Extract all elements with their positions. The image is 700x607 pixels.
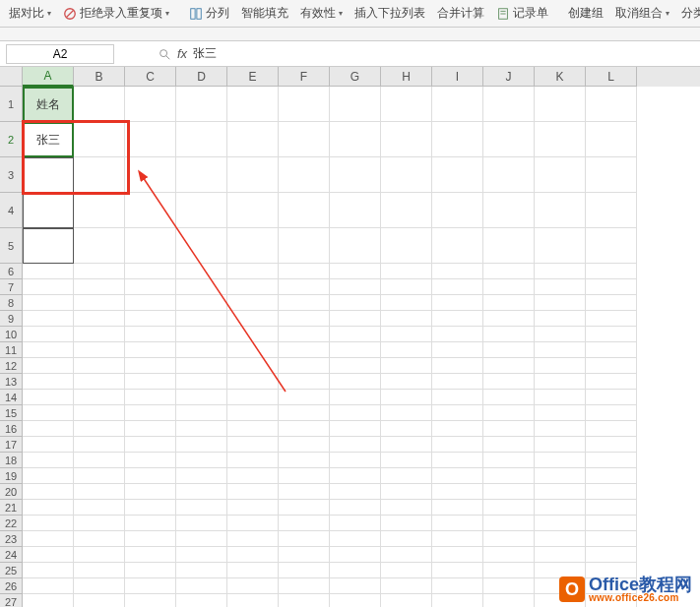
cell-C1[interactable] xyxy=(125,87,176,122)
cell-H25[interactable] xyxy=(381,563,432,578)
cell-I17[interactable] xyxy=(432,437,483,453)
row-header-2[interactable]: 2 xyxy=(0,122,23,157)
cells-area[interactable]: 姓名张三 xyxy=(23,87,700,607)
column-header-J[interactable]: J xyxy=(483,67,535,87)
cell-B25[interactable] xyxy=(74,563,125,578)
cell-E10[interactable] xyxy=(227,327,279,342)
cell-G17[interactable] xyxy=(330,437,381,453)
cell-H19[interactable] xyxy=(381,468,432,484)
cell-D10[interactable] xyxy=(176,327,227,342)
cell-J23[interactable] xyxy=(483,531,535,547)
consolidate-button[interactable]: 合并计算 xyxy=(432,3,489,24)
row-header-17[interactable]: 17 xyxy=(0,437,23,453)
cell-F11[interactable] xyxy=(279,342,330,358)
cell-F12[interactable] xyxy=(279,358,330,374)
row-header-7[interactable]: 7 xyxy=(0,279,23,295)
cell-E26[interactable] xyxy=(227,578,279,594)
cell-L8[interactable] xyxy=(586,295,637,311)
ungroup-button[interactable]: 取消组合 ▾ xyxy=(610,3,674,24)
cell-L4[interactable] xyxy=(586,193,637,228)
cell-G6[interactable] xyxy=(330,264,381,279)
cell-D26[interactable] xyxy=(176,578,227,594)
cell-I23[interactable] xyxy=(432,531,483,547)
cell-E15[interactable] xyxy=(227,405,279,421)
cell-D8[interactable] xyxy=(176,295,227,311)
cell-H23[interactable] xyxy=(381,531,432,547)
cell-F23[interactable] xyxy=(279,531,330,547)
cell-H16[interactable] xyxy=(381,421,432,437)
cell-F26[interactable] xyxy=(279,578,330,594)
cell-G1[interactable] xyxy=(330,87,381,122)
cell-F13[interactable] xyxy=(279,374,330,390)
cell-H17[interactable] xyxy=(381,437,432,453)
cell-L22[interactable] xyxy=(586,516,637,531)
cell-C4[interactable] xyxy=(125,193,176,228)
column-header-A[interactable]: A xyxy=(23,67,74,87)
cell-C9[interactable] xyxy=(125,311,176,327)
cell-K21[interactable] xyxy=(535,500,586,516)
cell-G15[interactable] xyxy=(330,405,381,421)
cell-G12[interactable] xyxy=(330,358,381,374)
cell-C24[interactable] xyxy=(125,547,176,563)
cell-J5[interactable] xyxy=(483,228,535,264)
cell-E19[interactable] xyxy=(227,468,279,484)
cell-B26[interactable] xyxy=(74,578,125,594)
cell-D24[interactable] xyxy=(176,547,227,563)
cell-J4[interactable] xyxy=(483,193,535,228)
cell-I9[interactable] xyxy=(432,311,483,327)
cell-D14[interactable] xyxy=(176,390,227,405)
cell-J13[interactable] xyxy=(483,374,535,390)
cell-G25[interactable] xyxy=(330,563,381,578)
cell-F10[interactable] xyxy=(279,327,330,342)
cell-E1[interactable] xyxy=(227,87,279,122)
cell-I13[interactable] xyxy=(432,374,483,390)
row-header-24[interactable]: 24 xyxy=(0,547,23,563)
cell-E14[interactable] xyxy=(227,390,279,405)
cell-G11[interactable] xyxy=(330,342,381,358)
cell-K10[interactable] xyxy=(535,327,586,342)
cell-E13[interactable] xyxy=(227,374,279,390)
cell-K2[interactable] xyxy=(535,122,586,157)
cell-J14[interactable] xyxy=(483,390,535,405)
cell-G14[interactable] xyxy=(330,390,381,405)
cell-L6[interactable] xyxy=(586,264,637,279)
cell-L1[interactable] xyxy=(586,87,637,122)
cell-D13[interactable] xyxy=(176,374,227,390)
cell-L2[interactable] xyxy=(586,122,637,157)
cell-G3[interactable] xyxy=(330,157,381,193)
cell-L15[interactable] xyxy=(586,405,637,421)
cell-J22[interactable] xyxy=(483,516,535,531)
cell-J26[interactable] xyxy=(483,578,535,594)
cell-F25[interactable] xyxy=(279,563,330,578)
cell-A4[interactable] xyxy=(23,193,74,228)
row-header-6[interactable]: 6 xyxy=(0,264,23,279)
cell-I8[interactable] xyxy=(432,295,483,311)
cell-I25[interactable] xyxy=(432,563,483,578)
row-header-11[interactable]: 11 xyxy=(0,342,23,358)
cell-K22[interactable] xyxy=(535,516,586,531)
row-header-5[interactable]: 5 xyxy=(0,228,23,264)
column-header-G[interactable]: G xyxy=(330,67,381,87)
cell-G10[interactable] xyxy=(330,327,381,342)
cell-C6[interactable] xyxy=(125,264,176,279)
cell-L12[interactable] xyxy=(586,358,637,374)
cell-A26[interactable] xyxy=(23,578,74,594)
select-all-corner[interactable] xyxy=(0,67,23,87)
cell-B5[interactable] xyxy=(74,228,125,264)
cell-E3[interactable] xyxy=(227,157,279,193)
cell-F21[interactable] xyxy=(279,500,330,516)
cell-K15[interactable] xyxy=(535,405,586,421)
cell-D12[interactable] xyxy=(176,358,227,374)
cell-H8[interactable] xyxy=(381,295,432,311)
cell-J1[interactable] xyxy=(483,87,535,122)
cell-K1[interactable] xyxy=(535,87,586,122)
cell-G24[interactable] xyxy=(330,547,381,563)
cell-F8[interactable] xyxy=(279,295,330,311)
cell-G5[interactable] xyxy=(330,228,381,264)
cell-D4[interactable] xyxy=(176,193,227,228)
cell-J16[interactable] xyxy=(483,421,535,437)
cell-G9[interactable] xyxy=(330,311,381,327)
cell-A3[interactable] xyxy=(23,157,74,193)
cell-K11[interactable] xyxy=(535,342,586,358)
cell-K4[interactable] xyxy=(535,193,586,228)
